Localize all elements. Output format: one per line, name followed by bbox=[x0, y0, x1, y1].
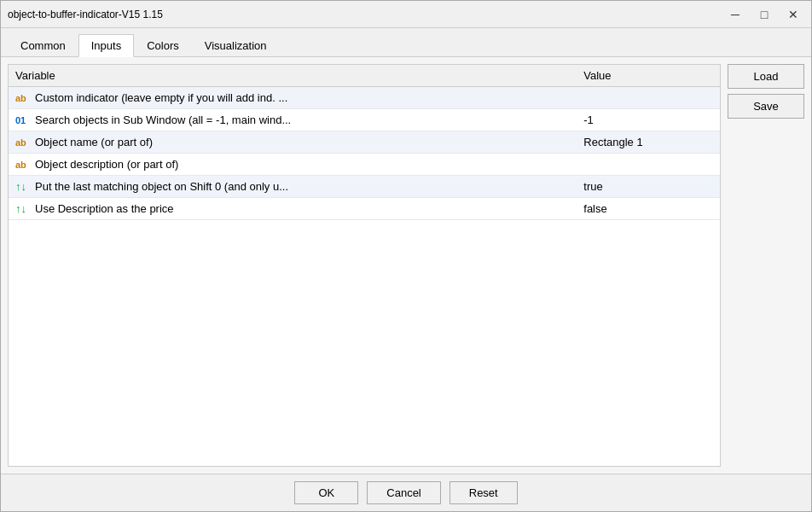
tab-inputs[interactable]: Inputs bbox=[78, 34, 134, 57]
variable-name: Search objects in Sub Window (all = -1, … bbox=[35, 113, 291, 126]
variable-name: Use Description as the price bbox=[35, 202, 174, 215]
type-badge: ab bbox=[15, 160, 31, 170]
type-badge: ↑↓ bbox=[15, 180, 31, 193]
value-cell[interactable]: false bbox=[577, 198, 720, 220]
variable-name: Object description (or part of) bbox=[35, 158, 178, 171]
reset-button[interactable]: Reset bbox=[450, 481, 518, 504]
maximize-button[interactable]: □ bbox=[753, 6, 775, 23]
col-value-header: Value bbox=[577, 65, 720, 87]
window-title: object-to-buffer-indicator-V15 1.15 bbox=[8, 9, 163, 20]
variable-name: Custom indicator (leave empty if you wil… bbox=[35, 91, 287, 104]
value-cell[interactable] bbox=[577, 154, 720, 176]
variable-cell: ab Custom indicator (leave empty if you … bbox=[9, 87, 577, 109]
table-row[interactable]: ↑↓ Put the last matching object on Shift… bbox=[9, 176, 720, 198]
load-button[interactable]: Load bbox=[728, 64, 804, 89]
ok-button[interactable]: OK bbox=[294, 481, 358, 504]
value-cell[interactable] bbox=[577, 87, 720, 109]
title-bar: object-to-buffer-indicator-V15 1.15 ─ □ … bbox=[1, 1, 811, 28]
minimize-button[interactable]: ─ bbox=[724, 6, 746, 23]
variable-cell: 01 Search objects in Sub Window (all = -… bbox=[9, 109, 577, 131]
side-panel: Load Save bbox=[728, 64, 804, 467]
variable-cell: ab Object description (or part of) bbox=[9, 154, 577, 176]
tab-colors[interactable]: Colors bbox=[134, 34, 192, 57]
variable-name: Put the last matching object on Shift 0 … bbox=[35, 180, 288, 193]
table-row[interactable]: ab Custom indicator (leave empty if you … bbox=[9, 87, 720, 109]
table-row[interactable]: ab Object name (or part of) Rectangle 1 bbox=[9, 131, 720, 154]
variable-cell: ab Object name (or part of) bbox=[9, 131, 577, 154]
tab-bar: Common Inputs Colors Visualization bbox=[1, 28, 811, 57]
main-panel: Variable Value ab Custom indicator (leav… bbox=[8, 64, 721, 467]
window-controls: ─ □ ✕ bbox=[724, 6, 804, 23]
variables-table: Variable Value ab Custom indicator (leav… bbox=[9, 65, 720, 220]
table-row[interactable]: ab Object description (or part of) bbox=[9, 154, 720, 176]
content-area: Variable Value ab Custom indicator (leav… bbox=[1, 57, 811, 474]
type-badge: ab bbox=[15, 93, 31, 103]
close-button[interactable]: ✕ bbox=[782, 6, 804, 23]
table-row[interactable]: 01 Search objects in Sub Window (all = -… bbox=[9, 109, 720, 131]
cancel-button[interactable]: Cancel bbox=[367, 481, 440, 504]
save-button[interactable]: Save bbox=[728, 94, 804, 119]
type-badge: ab bbox=[15, 137, 31, 148]
variable-name: Object name (or part of) bbox=[35, 136, 153, 148]
footer: OK Cancel Reset bbox=[1, 474, 811, 511]
value-cell[interactable]: true bbox=[577, 176, 720, 198]
variable-cell: ↑↓ Put the last matching object on Shift… bbox=[9, 176, 577, 198]
table-row[interactable]: ↑↓ Use Description as the price false bbox=[9, 198, 720, 220]
value-cell[interactable]: Rectangle 1 bbox=[577, 131, 720, 154]
col-variable-header: Variable bbox=[9, 65, 577, 87]
type-badge: ↑↓ bbox=[15, 202, 31, 215]
type-badge: 01 bbox=[15, 115, 31, 125]
tab-visualization[interactable]: Visualization bbox=[192, 34, 280, 57]
main-window: object-to-buffer-indicator-V15 1.15 ─ □ … bbox=[0, 0, 812, 512]
tab-common[interactable]: Common bbox=[8, 34, 78, 57]
variable-cell: ↑↓ Use Description as the price bbox=[9, 198, 577, 220]
value-cell[interactable]: -1 bbox=[577, 109, 720, 131]
